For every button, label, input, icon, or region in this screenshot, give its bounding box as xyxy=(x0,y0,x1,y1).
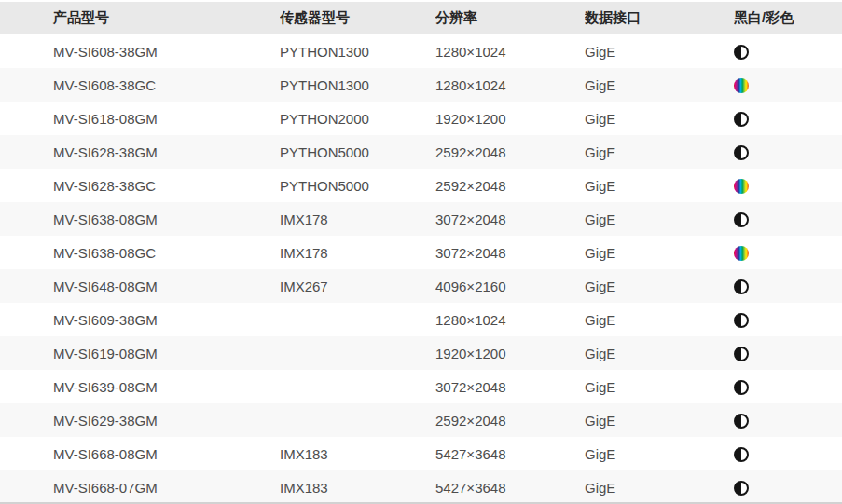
table-header-row: 产品型号 传感器型号 分辨率 数据接口 黑白/彩色 xyxy=(0,2,842,34)
column-header-product-model: 产品型号 xyxy=(0,2,280,34)
cell-data-interface: GigE xyxy=(585,437,734,470)
camera-spec-table-page: 产品型号 传感器型号 分辨率 数据接口 黑白/彩色 MV-SI608-38GM … xyxy=(0,0,842,504)
cell-product-model: MV-SI668-07GM xyxy=(0,470,280,504)
rainbow-circle-icon xyxy=(734,179,749,194)
cell-product-model: MV-SI609-38GM xyxy=(0,303,280,336)
cell-mono-color xyxy=(734,470,842,504)
rainbow-circle-icon xyxy=(734,78,749,93)
cell-resolution: 3072×2048 xyxy=(435,236,585,269)
cell-sensor-model xyxy=(280,336,435,370)
cell-sensor-model: IMX183 xyxy=(280,437,435,470)
table-row: MV-SI619-08GM 1920×1200 GigE xyxy=(0,336,842,370)
table-row: MV-SI628-38GM PYTHON5000 2592×2048 GigE xyxy=(0,135,842,169)
mono-half-circle-icon xyxy=(734,481,749,496)
cell-mono-color xyxy=(734,68,842,102)
cell-data-interface: GigE xyxy=(585,169,734,202)
table-row: MV-SI629-38GM 2592×2048 GigE xyxy=(0,403,842,437)
cell-mono-color xyxy=(734,303,842,336)
cell-data-interface: GigE xyxy=(585,403,734,437)
table-body: MV-SI608-38GM PYTHON1300 1280×1024 GigE … xyxy=(0,34,842,504)
cell-resolution: 5427×3648 xyxy=(435,470,585,504)
cell-mono-color xyxy=(734,236,842,269)
cell-resolution: 1280×1024 xyxy=(435,34,585,68)
cell-product-model: MV-SI618-08GM xyxy=(0,102,280,135)
mono-half-circle-icon xyxy=(734,414,749,429)
column-header-resolution: 分辨率 xyxy=(435,2,585,34)
cell-product-model: MV-SI668-08GM xyxy=(0,437,280,470)
cell-resolution: 1280×1024 xyxy=(435,303,585,336)
cell-mono-color xyxy=(734,370,842,403)
mono-half-circle-icon xyxy=(734,212,749,227)
cell-sensor-model: IMX178 xyxy=(280,236,435,269)
mono-half-circle-icon xyxy=(734,347,749,361)
cell-mono-color xyxy=(734,202,842,236)
mono-half-circle-icon xyxy=(734,279,749,294)
cell-data-interface: GigE xyxy=(585,269,734,303)
camera-spec-table: 产品型号 传感器型号 分辨率 数据接口 黑白/彩色 MV-SI608-38GM … xyxy=(0,2,842,504)
cell-sensor-model xyxy=(280,370,435,403)
table-row: MV-SI639-08GM 3072×2048 GigE xyxy=(0,370,842,403)
cell-sensor-model: PYTHON5000 xyxy=(280,135,435,169)
table-row: MV-SI668-07GM IMX183 5427×3648 GigE xyxy=(0,470,842,504)
cell-mono-color xyxy=(734,102,842,135)
cell-resolution: 1280×1024 xyxy=(435,68,585,102)
cell-data-interface: GigE xyxy=(585,303,734,336)
cell-data-interface: GigE xyxy=(585,236,734,269)
cell-mono-color xyxy=(734,269,842,303)
cell-product-model: MV-SI648-08GM xyxy=(0,269,280,303)
cell-product-model: MV-SI629-38GM xyxy=(0,403,280,437)
table-row: MV-SI608-38GM PYTHON1300 1280×1024 GigE xyxy=(0,34,842,68)
cell-data-interface: GigE xyxy=(585,202,734,236)
cell-mono-color xyxy=(734,403,842,437)
cell-mono-color xyxy=(734,437,842,470)
cell-data-interface: GigE xyxy=(585,102,734,135)
cell-sensor-model xyxy=(280,303,435,336)
cell-sensor-model: PYTHON5000 xyxy=(280,169,435,202)
cell-data-interface: GigE xyxy=(585,336,734,370)
mono-half-circle-icon xyxy=(734,380,749,395)
cell-resolution: 2592×2048 xyxy=(435,403,585,437)
cell-resolution: 5427×3648 xyxy=(435,437,585,470)
cell-product-model: MV-SI638-08GM xyxy=(0,202,280,236)
cell-mono-color xyxy=(734,169,842,202)
cell-product-model: MV-SI608-38GC xyxy=(0,68,280,102)
table-row: MV-SI609-38GM 1280×1024 GigE xyxy=(0,303,842,336)
table-row: MV-SI628-38GC PYTHON5000 2592×2048 GigE xyxy=(0,169,842,202)
mono-half-circle-icon xyxy=(734,313,749,328)
cell-mono-color xyxy=(734,34,842,68)
cell-resolution: 1920×1200 xyxy=(435,336,585,370)
table-row: MV-SI648-08GM IMX267 4096×2160 GigE xyxy=(0,269,842,303)
cell-resolution: 2592×2048 xyxy=(435,135,585,169)
cell-product-model: MV-SI628-38GC xyxy=(0,169,280,202)
mono-half-circle-icon xyxy=(734,145,749,160)
column-header-sensor-model: 传感器型号 xyxy=(280,2,435,34)
cell-sensor-model: IMX183 xyxy=(280,470,435,504)
cell-sensor-model: PYTHON1300 xyxy=(280,34,435,68)
mono-half-circle-icon xyxy=(734,45,749,60)
column-header-data-interface: 数据接口 xyxy=(585,2,734,34)
column-header-mono-color: 黑白/彩色 xyxy=(734,2,842,34)
cell-product-model: MV-SI628-38GM xyxy=(0,135,280,169)
table-row: MV-SI638-08GM IMX178 3072×2048 GigE xyxy=(0,202,842,236)
cell-data-interface: GigE xyxy=(585,135,734,169)
table-row: MV-SI608-38GC PYTHON1300 1280×1024 GigE xyxy=(0,68,842,102)
cell-data-interface: GigE xyxy=(585,68,734,102)
table-row: MV-SI618-08GM PYTHON2000 1920×1200 GigE xyxy=(0,102,842,135)
cell-sensor-model: IMX267 xyxy=(280,269,435,303)
cell-sensor-model: PYTHON2000 xyxy=(280,102,435,135)
table-row: MV-SI668-08GM IMX183 5427×3648 GigE xyxy=(0,437,842,470)
cell-mono-color xyxy=(734,336,842,370)
rainbow-circle-icon xyxy=(734,246,749,261)
mono-half-circle-icon xyxy=(734,112,749,127)
cell-product-model: MV-SI608-38GM xyxy=(0,34,280,68)
cell-resolution: 3072×2048 xyxy=(435,202,585,236)
cell-data-interface: GigE xyxy=(585,34,734,68)
cell-sensor-model: PYTHON1300 xyxy=(280,68,435,102)
cell-mono-color xyxy=(734,135,842,169)
cell-product-model: MV-SI638-08GC xyxy=(0,236,280,269)
cell-data-interface: GigE xyxy=(585,370,734,403)
cell-sensor-model: IMX178 xyxy=(280,202,435,236)
cell-resolution: 2592×2048 xyxy=(435,169,585,202)
cell-resolution: 4096×2160 xyxy=(435,269,585,303)
table-row: MV-SI638-08GC IMX178 3072×2048 GigE xyxy=(0,236,842,269)
